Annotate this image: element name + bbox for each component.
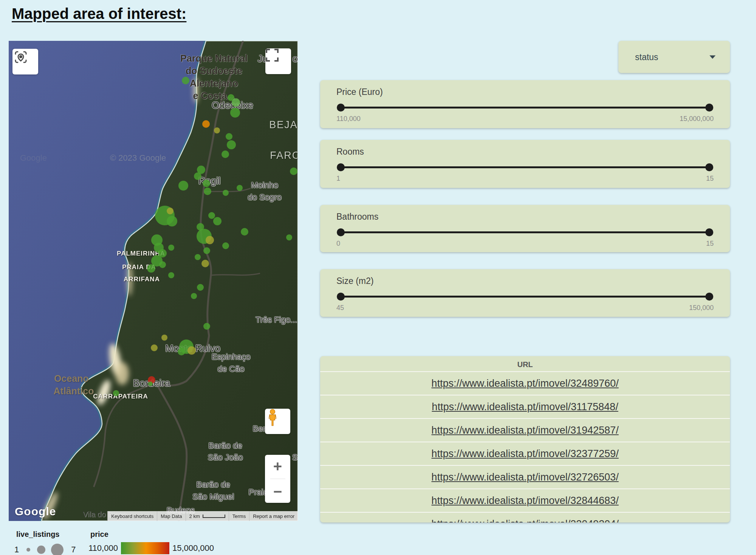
- listing-marker[interactable]: [227, 140, 236, 149]
- url-table-row: https://www.idealista.pt/imovel/32049204…: [320, 512, 730, 522]
- listing-url-link[interactable]: https://www.idealista.pt/imovel/32726503…: [431, 471, 618, 483]
- listing-marker[interactable]: [203, 180, 210, 187]
- rooms-range-slider[interactable]: [341, 166, 710, 168]
- map-scale: 2 km: [186, 511, 229, 521]
- slider-max-value: 150,000: [689, 304, 714, 312]
- slider-label-size: Size (m2): [336, 276, 373, 286]
- listing-marker[interactable]: [223, 190, 229, 196]
- listing-url-link[interactable]: https://www.idealista.pt/imovel/32844683…: [431, 495, 618, 507]
- listing-marker[interactable]: [194, 172, 201, 180]
- listing-url-link[interactable]: https://www.idealista.pt/imovel/31175848…: [432, 401, 618, 413]
- listing-marker[interactable]: [201, 260, 209, 267]
- legend-price-title: price: [90, 530, 108, 539]
- map-data-link[interactable]: Map Data: [157, 511, 185, 521]
- bathrooms-range-slider[interactable]: [341, 231, 710, 233]
- price-range-slider[interactable]: [341, 107, 710, 109]
- status-dropdown[interactable]: status: [618, 41, 730, 73]
- listing-marker[interactable]: [290, 167, 297, 175]
- listing-marker[interactable]: [204, 188, 211, 195]
- listing-marker[interactable]: [286, 234, 292, 240]
- size-range-slider[interactable]: [341, 296, 710, 298]
- listing-marker[interactable]: [161, 335, 167, 341]
- google-logo: Google: [15, 505, 56, 518]
- listing-marker[interactable]: [203, 323, 210, 330]
- legend-dot-large: [51, 544, 64, 555]
- listing-marker[interactable]: [113, 390, 119, 396]
- map-canvas[interactable]: Parque Naturaldo SudoesteAlentejanoe Cos…: [9, 41, 298, 521]
- legend-price-scale: 110,000 15,000,000: [88, 541, 214, 555]
- zoom-divider: [270, 479, 285, 479]
- filter-panel-price: Price (Euro) 110,000 15,000,000: [320, 80, 730, 128]
- url-table-row: https://www.idealista.pt/imovel/32489760…: [320, 371, 730, 395]
- map-attribution-bar: Keyboard shortcuts Map Data 2 km Terms R…: [107, 511, 298, 521]
- listing-url-link[interactable]: https://www.idealista.pt/imovel/31942587…: [431, 425, 618, 436]
- listing-marker[interactable]: [178, 181, 188, 191]
- slider-max-value: 15: [706, 240, 714, 248]
- listing-marker[interactable]: [159, 261, 166, 268]
- slider-min-value: 0: [336, 240, 340, 248]
- slider-thumb-min[interactable]: [337, 228, 345, 236]
- url-table-row: https://www.idealista.pt/imovel/32844683…: [320, 488, 730, 512]
- status-dropdown-label: status: [635, 52, 658, 62]
- listing-marker[interactable]: [197, 284, 204, 291]
- listing-marker[interactable]: [241, 228, 248, 236]
- slider-thumb-min[interactable]: [337, 163, 345, 171]
- listing-marker[interactable]: [168, 272, 174, 278]
- url-table: URL https://www.idealista.pt/imovel/3248…: [320, 356, 730, 522]
- listing-marker[interactable]: [230, 108, 240, 118]
- keyboard-shortcuts-link[interactable]: Keyboard shortcuts: [107, 511, 157, 521]
- filter-panel-bathrooms: Bathrooms 0 15: [320, 205, 730, 252]
- listing-marker[interactable]: [202, 120, 210, 128]
- slider-thumb-min[interactable]: [337, 104, 345, 112]
- terms-link[interactable]: Terms: [229, 511, 249, 521]
- listing-marker[interactable]: [167, 216, 177, 226]
- url-column-header: URL: [320, 356, 730, 371]
- zoom-out-button[interactable]: −: [265, 484, 290, 499]
- listing-marker[interactable]: [168, 245, 174, 251]
- listing-marker[interactable]: [237, 185, 243, 191]
- listing-marker[interactable]: [222, 150, 229, 158]
- fullscreen-button[interactable]: [265, 48, 291, 74]
- pegman-button[interactable]: [265, 409, 290, 434]
- listing-marker[interactable]: [226, 133, 232, 140]
- listing-marker[interactable]: [206, 236, 214, 244]
- slider-thumb-max[interactable]: [705, 163, 713, 171]
- legend-size-scale: 1 7: [14, 542, 76, 555]
- listing-marker[interactable]: [178, 348, 185, 355]
- listing-url-link[interactable]: https://www.idealista.pt/imovel/32377259…: [431, 448, 618, 460]
- listing-marker[interactable]: [151, 344, 158, 351]
- listing-marker[interactable]: [213, 217, 222, 225]
- slider-thumb-min[interactable]: [337, 293, 345, 301]
- listing-marker[interactable]: [197, 223, 204, 231]
- url-table-row: https://www.idealista.pt/imovel/31175848…: [320, 395, 730, 418]
- listing-marker[interactable]: [195, 254, 201, 260]
- listing-marker[interactable]: [214, 127, 220, 133]
- listing-marker[interactable]: [187, 346, 196, 355]
- listing-marker[interactable]: [203, 247, 210, 254]
- chevron-down-icon: [710, 55, 716, 59]
- legend-size-min: 1: [14, 545, 19, 555]
- locate-area-button[interactable]: [12, 49, 38, 74]
- legend-price-min: 110,000: [88, 543, 118, 553]
- listing-marker[interactable]: [147, 264, 155, 273]
- slider-thumb-max[interactable]: [705, 293, 713, 301]
- listing-marker[interactable]: [167, 208, 174, 214]
- slider-thumb-max[interactable]: [705, 228, 713, 236]
- listing-marker[interactable]: [148, 381, 153, 386]
- listing-marker[interactable]: [232, 98, 240, 107]
- url-table-row: https://www.idealista.pt/imovel/32726503…: [320, 465, 730, 488]
- report-map-error-link[interactable]: Report a map error: [249, 511, 298, 521]
- zoom-in-button[interactable]: +: [265, 459, 290, 474]
- filter-panel-rooms: Rooms 1 15: [320, 140, 730, 188]
- slider-min-value: 110,000: [336, 115, 361, 123]
- listing-marker[interactable]: [191, 293, 197, 299]
- listing-url-link[interactable]: https://www.idealista.pt/imovel/32049204…: [431, 518, 618, 523]
- slider-label-rooms: Rooms: [336, 147, 364, 157]
- listing-marker[interactable]: [182, 77, 189, 84]
- legend-size-max: 7: [71, 545, 76, 555]
- slider-thumb-max[interactable]: [705, 104, 713, 112]
- page: Mapped area of interest:: [0, 0, 756, 555]
- listing-marker[interactable]: [222, 242, 229, 249]
- listing-url-link[interactable]: https://www.idealista.pt/imovel/32489760…: [431, 378, 618, 389]
- listing-marker[interactable]: [208, 212, 215, 219]
